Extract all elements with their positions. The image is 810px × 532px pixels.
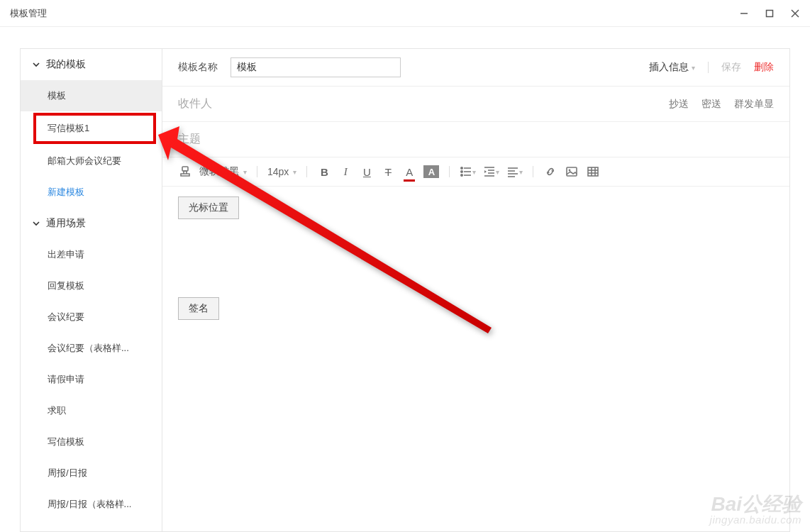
template-name-row: 模板名称 插入信息 ▾ 保存 删除 bbox=[162, 49, 789, 87]
subject-row[interactable]: 主题 bbox=[162, 122, 789, 157]
underline-button[interactable]: U bbox=[360, 163, 374, 180]
editor-pane: 模板名称 插入信息 ▾ 保存 删除 收件人 抄送 密送 群发单显 主题 bbox=[162, 48, 790, 532]
image-icon[interactable] bbox=[565, 163, 579, 180]
group-common-scenarios[interactable]: 通用场景 bbox=[21, 208, 162, 239]
window-title: 模板管理 bbox=[10, 7, 47, 20]
save-button[interactable]: 保存 bbox=[721, 61, 741, 74]
sidebar-item-weekly-report-table[interactable]: 周报/日报（表格样... bbox=[21, 489, 162, 520]
svg-point-9 bbox=[461, 174, 462, 176]
recipient-label: 收件人 bbox=[178, 96, 212, 111]
chevron-down-icon: ▾ bbox=[496, 168, 499, 176]
cursor-position-button[interactable]: 光标位置 bbox=[178, 196, 239, 219]
template-name-input[interactable] bbox=[231, 57, 401, 77]
editor-toolbar: 微软雅黑▾ 14px▾ B I U T A A ▾ ▾ bbox=[162, 157, 789, 187]
template-sidebar: 我的模板 模板 写信模板1 邮箱大师会议纪要 新建模板 通用场景 出差申请 回复… bbox=[20, 48, 162, 532]
chevron-down-icon: ▾ bbox=[519, 168, 523, 176]
sidebar-item-letter-template-1[interactable]: 写信模板1 bbox=[33, 113, 156, 144]
group-my-templates[interactable]: 我的模板 bbox=[21, 49, 162, 80]
chevron-down-icon: ▾ bbox=[472, 168, 476, 176]
subject-label: 主题 bbox=[178, 132, 201, 147]
sidebar-item-meeting-minutes[interactable]: 会议纪要 bbox=[21, 301, 162, 333]
maximize-button[interactable] bbox=[765, 9, 775, 18]
svg-point-7 bbox=[461, 171, 462, 172]
font-size-select[interactable]: 14px▾ bbox=[267, 166, 296, 177]
svg-rect-1 bbox=[767, 10, 773, 16]
sidebar-item-meeting-minutes-table[interactable]: 会议纪要（表格样... bbox=[21, 333, 162, 364]
group-label: 我的模板 bbox=[46, 58, 86, 71]
signature-button[interactable]: 签名 bbox=[178, 297, 219, 320]
sidebar-item-meeting-notes[interactable]: 邮箱大师会议纪要 bbox=[21, 145, 162, 177]
cc-link[interactable]: 抄送 bbox=[669, 98, 689, 111]
list-button[interactable]: ▾ bbox=[460, 163, 476, 180]
sidebar-item-weekly-report[interactable]: 周报/日报 bbox=[21, 458, 162, 489]
bold-button[interactable]: B bbox=[317, 163, 331, 180]
chevron-down-icon bbox=[32, 60, 40, 69]
chevron-down-icon: ▾ bbox=[243, 168, 247, 176]
svg-rect-19 bbox=[567, 167, 577, 176]
stamp-icon[interactable] bbox=[178, 163, 192, 180]
italic-button[interactable]: I bbox=[338, 163, 353, 180]
window-controls bbox=[739, 9, 800, 18]
svg-rect-21 bbox=[588, 167, 598, 176]
table-icon[interactable] bbox=[586, 163, 600, 180]
new-template-link[interactable]: 新建模板 bbox=[21, 177, 162, 208]
titlebar: 模板管理 bbox=[0, 0, 810, 27]
editor-body[interactable]: 光标位置 签名 bbox=[162, 187, 789, 531]
link-icon[interactable] bbox=[543, 163, 557, 180]
delete-button[interactable]: 删除 bbox=[754, 61, 774, 74]
sidebar-item-travel-request[interactable]: 出差申请 bbox=[21, 239, 162, 270]
text-color-button[interactable]: A bbox=[402, 163, 416, 180]
close-button[interactable] bbox=[790, 9, 800, 18]
font-family-select[interactable]: 微软雅黑▾ bbox=[199, 165, 247, 178]
chevron-down-icon: ▾ bbox=[692, 64, 695, 72]
divider bbox=[708, 62, 709, 73]
group-label: 通用场景 bbox=[46, 217, 86, 230]
bcc-link[interactable]: 密送 bbox=[701, 98, 721, 111]
sidebar-item-reply-template[interactable]: 回复模板 bbox=[21, 270, 162, 301]
align-button[interactable]: ▾ bbox=[506, 163, 523, 180]
svg-point-5 bbox=[461, 167, 462, 169]
mass-send-link[interactable]: 群发单显 bbox=[734, 98, 774, 111]
sidebar-item-template[interactable]: 模板 bbox=[21, 80, 162, 111]
chevron-down-icon bbox=[32, 219, 40, 228]
chevron-down-icon: ▾ bbox=[293, 168, 296, 176]
watermark: Bai公经验 jingyan.baidu.com bbox=[710, 494, 801, 525]
insert-info-button[interactable]: 插入信息 ▾ bbox=[649, 61, 695, 74]
sidebar-item-leave-request[interactable]: 请假申请 bbox=[21, 364, 162, 395]
minimize-button[interactable] bbox=[739, 9, 749, 18]
svg-rect-4 bbox=[182, 167, 188, 171]
strikethrough-button[interactable]: T bbox=[381, 163, 395, 180]
name-label: 模板名称 bbox=[178, 61, 218, 74]
bg-color-button[interactable]: A bbox=[423, 163, 439, 180]
sidebar-item-job-seeking[interactable]: 求职 bbox=[21, 395, 162, 426]
indent-button[interactable]: ▾ bbox=[483, 163, 499, 180]
sidebar-item-letter-template[interactable]: 写信模板 bbox=[21, 426, 162, 458]
svg-point-20 bbox=[569, 170, 571, 172]
recipient-row[interactable]: 收件人 抄送 密送 群发单显 bbox=[162, 87, 789, 122]
